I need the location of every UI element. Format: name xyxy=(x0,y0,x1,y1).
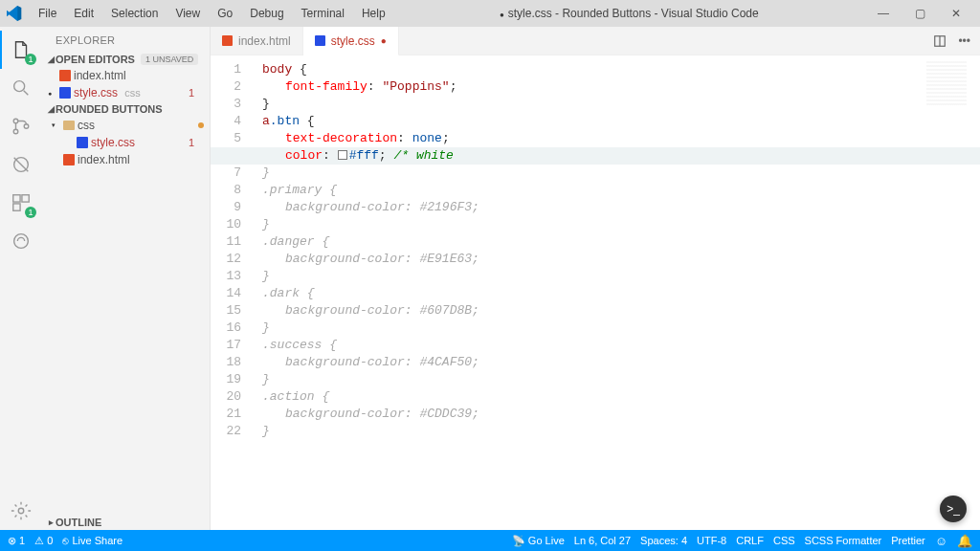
extensions-badge: 1 xyxy=(25,207,36,218)
status-lang[interactable]: CSS xyxy=(773,535,795,546)
open-editors-list: index.html●style.csscss1 xyxy=(42,67,210,101)
open-editor-item[interactable]: ●style.csscss1 xyxy=(42,84,210,101)
explorer-title: EXPLORER xyxy=(42,27,210,52)
close-button[interactable]: ✕ xyxy=(938,7,974,20)
tab-style-css[interactable]: style.css● xyxy=(303,27,399,55)
svg-point-9 xyxy=(18,508,24,514)
explorer-icon[interactable]: 1 xyxy=(0,31,42,69)
code-line[interactable]: } xyxy=(262,165,980,182)
status-bell-icon[interactable]: 🔔 xyxy=(957,534,972,548)
explorer-sidebar: EXPLORER ◢ OPEN EDITORS 1 UNSAVED index.… xyxy=(42,27,211,530)
status-liveshare[interactable]: ⎋ Live Share xyxy=(62,535,122,546)
extensions-icon[interactable]: 1 xyxy=(0,184,42,222)
code-editor[interactable]: 12345678910111213141516171819202122 body… xyxy=(211,55,980,530)
menu-help[interactable]: Help xyxy=(354,3,393,24)
workspace-header[interactable]: ◢ ROUNDED BUTTONS xyxy=(42,101,210,117)
svg-point-0 xyxy=(14,81,25,92)
svg-point-8 xyxy=(14,234,29,249)
split-editor-icon[interactable] xyxy=(933,34,947,48)
maximize-button[interactable]: ▢ xyxy=(902,7,938,20)
status-formatter[interactable]: SCSS Formatter xyxy=(805,535,882,546)
outline-header[interactable]: ▸ OUTLINE xyxy=(42,515,210,530)
code-line[interactable]: background-color: #CDDC39; xyxy=(262,406,980,423)
status-encoding[interactable]: UTF-8 xyxy=(697,535,726,546)
status-warnings[interactable]: ⚠ 0 xyxy=(34,535,53,547)
svg-point-1 xyxy=(13,119,18,123)
status-prettier[interactable]: Prettier xyxy=(891,535,924,546)
code-line[interactable]: .primary { xyxy=(262,182,980,199)
unsaved-pill: 1 UNSAVED xyxy=(141,54,198,65)
status-errors[interactable]: ⊗ 1 xyxy=(8,535,25,547)
editor-tabs: index.htmlstyle.css● ••• xyxy=(211,27,980,55)
debug-icon[interactable] xyxy=(0,145,42,184)
code-line[interactable]: background-color: #4CAF50; xyxy=(262,354,980,371)
menu-terminal[interactable]: Terminal xyxy=(294,3,352,24)
minimize-button[interactable]: — xyxy=(865,7,902,20)
titlebar: FileEditSelectionViewGoDebugTerminalHelp… xyxy=(0,0,980,27)
svg-point-2 xyxy=(13,129,18,134)
modified-dot-icon xyxy=(198,122,204,128)
status-bar: ⊗ 1 ⚠ 0 ⎋ Live Share 📡 Go Live Ln 6, Col… xyxy=(0,530,980,551)
workspace-tree: ▾cssstyle.css1index.html xyxy=(42,117,210,168)
window-title: style.css - Rounded Buttons - Visual Stu… xyxy=(393,7,865,20)
status-golive[interactable]: 📡 Go Live xyxy=(512,535,565,547)
status-eol[interactable]: CRLF xyxy=(736,535,764,546)
code-line[interactable]: color: #fff; /* white xyxy=(211,147,980,165)
modified-dot-icon xyxy=(500,7,508,20)
file-item[interactable]: style.css1 xyxy=(42,134,210,151)
code-line[interactable]: font-family: "Poppins"; xyxy=(262,78,980,96)
file-item[interactable]: index.html xyxy=(42,151,210,168)
liveshare-icon[interactable] xyxy=(0,222,42,260)
search-icon[interactable] xyxy=(0,69,42,107)
menu-selection[interactable]: Selection xyxy=(103,3,166,24)
code-line[interactable]: } xyxy=(262,268,980,285)
code-line[interactable]: } xyxy=(262,371,980,388)
minimap[interactable] xyxy=(926,61,967,107)
code-line[interactable]: body { xyxy=(262,61,980,78)
code-line[interactable]: background-color: #2196F3; xyxy=(262,199,980,216)
code-line[interactable]: } xyxy=(262,423,980,440)
code-line[interactable]: .dark { xyxy=(262,285,980,302)
svg-rect-7 xyxy=(13,204,20,210)
source-control-icon[interactable] xyxy=(0,107,42,145)
code-line[interactable]: } xyxy=(262,320,980,337)
code-line[interactable]: } xyxy=(262,96,980,113)
code-line[interactable]: a.btn { xyxy=(262,113,980,130)
open-editor-item[interactable]: index.html xyxy=(42,67,210,84)
code-line[interactable]: background-color: #E91E63; xyxy=(262,251,980,268)
window-controls: — ▢ ✕ xyxy=(865,7,974,20)
menu-view[interactable]: View xyxy=(167,3,208,24)
chevron-down-icon: ◢ xyxy=(46,55,56,64)
terminal-fab-icon[interactable]: >_ xyxy=(940,496,967,522)
code-line[interactable]: text-decoration: none; xyxy=(262,130,980,147)
svg-point-3 xyxy=(24,124,29,129)
settings-gear-icon[interactable] xyxy=(0,492,42,530)
svg-rect-6 xyxy=(22,195,29,202)
code-line[interactable]: .action { xyxy=(262,388,980,406)
menu-debug[interactable]: Debug xyxy=(242,3,291,24)
status-cursor[interactable]: Ln 6, Col 27 xyxy=(574,535,631,546)
status-feedback-icon[interactable]: ☺ xyxy=(935,534,947,548)
code-line[interactable]: } xyxy=(262,216,980,233)
menu-file[interactable]: File xyxy=(31,3,64,24)
chevron-right-icon: ▸ xyxy=(46,518,56,527)
svg-rect-5 xyxy=(13,195,20,202)
open-editors-header[interactable]: ◢ OPEN EDITORS 1 UNSAVED xyxy=(42,52,210,67)
explorer-badge: 1 xyxy=(25,54,36,65)
code-line[interactable]: .danger { xyxy=(262,233,980,251)
more-actions-icon[interactable]: ••• xyxy=(958,34,970,48)
chevron-down-icon: ◢ xyxy=(46,104,56,114)
tab-index-html[interactable]: index.html xyxy=(211,27,303,55)
folder-item[interactable]: ▾css xyxy=(42,117,210,134)
line-gutter: 12345678910111213141516171819202122 xyxy=(211,61,255,440)
code-content[interactable]: body {font-family: "Poppins";}a.btn {tex… xyxy=(262,61,980,440)
status-spaces[interactable]: Spaces: 4 xyxy=(640,535,687,546)
activity-bar: 1 1 xyxy=(0,27,42,530)
code-line[interactable]: background-color: #607D8B; xyxy=(262,302,980,320)
vscode-logo-icon xyxy=(6,5,23,22)
menu-bar: FileEditSelectionViewGoDebugTerminalHelp xyxy=(31,3,393,24)
code-line[interactable]: .success { xyxy=(262,337,980,354)
menu-go[interactable]: Go xyxy=(210,3,240,24)
menu-edit[interactable]: Edit xyxy=(66,3,101,24)
